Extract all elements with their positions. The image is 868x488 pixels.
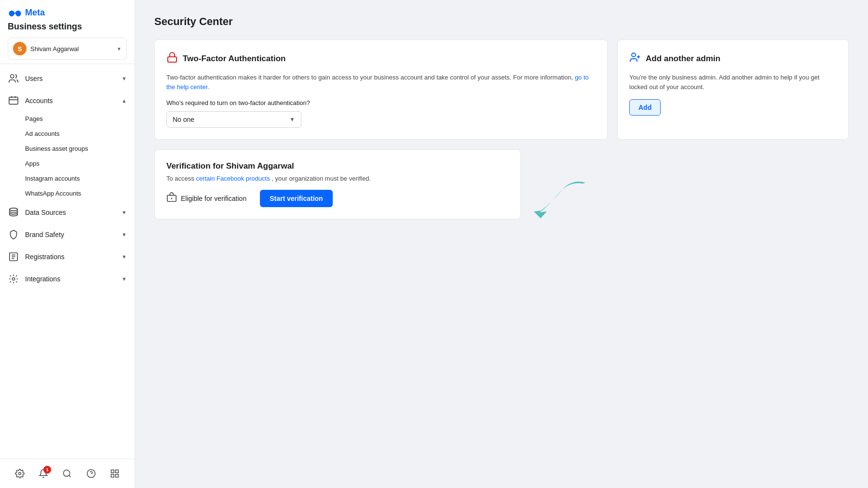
sidebar-bottom: 1	[0, 459, 135, 488]
page-title: Security Center	[154, 15, 849, 28]
dropdown-value: No one	[173, 116, 194, 123]
sidebar-item-brand-safety[interactable]: Brand Safety ▼	[0, 224, 135, 245]
svg-point-5	[18, 473, 21, 475]
svg-rect-10	[111, 470, 114, 473]
sidebar-nav: Users ▼ Accounts ▲ Pages Ad accounts Bus…	[0, 64, 135, 459]
verification-description: To access certain Facebook products , yo…	[166, 175, 509, 182]
sidebar-top: Meta Business settings S Shivam Aggarwal…	[0, 0, 135, 64]
user-name: Shivam Aggarwal	[30, 45, 113, 53]
settings-icon-btn[interactable]	[11, 465, 28, 482]
verification-title: Verification for Shivam Aggarwal	[166, 161, 509, 171]
business-settings-title: Business settings	[8, 22, 127, 32]
arrow-decoration	[530, 179, 573, 217]
nav-section-users: Users ▼	[0, 68, 135, 89]
two-factor-title: Two-Factor Authentication	[183, 54, 285, 64]
add-admin-icon	[629, 52, 641, 66]
dropdown-arrow-icon: ▼	[289, 116, 295, 123]
top-cards-row: Two-Factor Authentication Two-factor aut…	[154, 40, 849, 140]
sidebar-item-brand-safety-label: Brand Safety	[25, 231, 116, 238]
users-icon	[8, 73, 19, 84]
sidebar-item-whatsapp-accounts[interactable]: WhatsApp Accounts	[25, 186, 135, 201]
data-sources-chevron-icon: ▼	[122, 210, 127, 215]
eligible-badge: Eligible for verification	[166, 192, 246, 205]
sidebar-item-data-sources[interactable]: Data Sources ▼	[0, 202, 135, 223]
accounts-icon	[8, 95, 19, 106]
integrations-icon	[8, 273, 19, 285]
two-factor-dropdown[interactable]: No one ▼	[166, 111, 301, 128]
svg-point-4	[12, 277, 15, 280]
help-icon-btn[interactable]	[82, 465, 100, 482]
lock-icon	[166, 52, 178, 66]
start-verification-button[interactable]: Start verification	[260, 190, 332, 207]
sidebar-item-integrations[interactable]: Integrations ▼	[0, 268, 135, 290]
svg-point-0	[11, 75, 14, 78]
svg-rect-11	[116, 470, 119, 473]
facebook-products-link[interactable]: certain Facebook products	[196, 175, 270, 182]
nav-section-brand-safety: Brand Safety ▼	[0, 224, 135, 245]
two-factor-description: Two-factor authentication makes it harde…	[166, 73, 596, 92]
notification-badge: 1	[43, 466, 51, 474]
sidebar-item-instagram-accounts[interactable]: Instagram accounts	[25, 171, 135, 186]
sidebar-item-business-asset-groups[interactable]: Business asset groups	[25, 141, 135, 156]
sidebar-item-apps[interactable]: Apps	[25, 156, 135, 171]
accounts-chevron-icon: ▲	[122, 98, 127, 104]
registrations-chevron-icon: ▼	[122, 254, 127, 260]
sidebar-item-users-label: Users	[25, 75, 116, 82]
svg-rect-13	[116, 475, 119, 477]
sidebar-item-ad-accounts[interactable]: Ad accounts	[25, 126, 135, 141]
integrations-chevron-icon: ▼	[122, 276, 127, 282]
add-admin-button[interactable]: Add	[629, 99, 661, 116]
search-icon-btn[interactable]	[58, 465, 76, 482]
sidebar-item-accounts[interactable]: Accounts ▲	[0, 90, 135, 111]
grid-icon-btn[interactable]	[106, 465, 123, 482]
nav-section-integrations: Integrations ▼	[0, 268, 135, 290]
accounts-sub-items: Pages Ad accounts Business asset groups …	[0, 111, 135, 201]
chevron-down-icon: ▼	[117, 46, 122, 52]
chevron-right-icon: ▼	[122, 76, 127, 81]
main-content: Security Center Two-Factor Authenticatio…	[135, 0, 868, 488]
data-sources-icon	[8, 207, 19, 218]
svg-line-7	[69, 475, 71, 477]
verification-row: Eligible for verification Start verifica…	[166, 190, 509, 207]
eligible-icon	[166, 192, 177, 205]
two-factor-card-header: Two-Factor Authentication	[166, 52, 596, 66]
meta-infinity-icon	[8, 9, 22, 17]
nav-section-data-sources: Data Sources ▼	[0, 202, 135, 223]
sidebar: Meta Business settings S Shivam Aggarwal…	[0, 0, 135, 488]
sidebar-item-pages[interactable]: Pages	[25, 111, 135, 126]
svg-point-15	[632, 53, 636, 57]
meta-logo: Meta	[8, 8, 127, 18]
notifications-icon-btn[interactable]: 1	[35, 465, 52, 482]
registrations-icon	[8, 251, 19, 263]
svg-point-2	[10, 208, 18, 211]
sidebar-item-registrations[interactable]: Registrations ▼	[0, 246, 135, 267]
nav-section-registrations: Registrations ▼	[0, 246, 135, 267]
sidebar-item-accounts-label: Accounts	[25, 97, 116, 105]
eligible-label: Eligible for verification	[181, 195, 246, 202]
sidebar-item-data-sources-label: Data Sources	[25, 209, 116, 216]
two-factor-card: Two-Factor Authentication Two-factor aut…	[154, 40, 608, 140]
add-admin-card-header: Add another admin	[629, 52, 837, 66]
svg-rect-14	[168, 57, 176, 62]
brand-safety-chevron-icon: ▼	[122, 232, 127, 237]
user-account-selector[interactable]: S Shivam Aggarwal ▼	[8, 38, 127, 60]
nav-section-accounts: Accounts ▲ Pages Ad accounts Business as…	[0, 90, 135, 201]
verification-card: Verification for Shivam Aggarwal To acce…	[154, 149, 521, 219]
svg-rect-12	[111, 475, 114, 477]
user-avatar: S	[13, 42, 27, 55]
add-admin-description: You're the only business admin. Add anot…	[629, 73, 837, 92]
sidebar-item-integrations-label: Integrations	[25, 275, 116, 283]
brand-safety-icon	[8, 229, 19, 240]
add-admin-card: Add another admin You're the only busine…	[617, 40, 849, 140]
meta-logo-text: Meta	[25, 8, 45, 18]
sidebar-item-users[interactable]: Users ▼	[0, 68, 135, 89]
svg-point-6	[64, 470, 70, 476]
two-factor-question: Who's required to turn on two-factor aut…	[166, 99, 596, 106]
sidebar-item-registrations-label: Registrations	[25, 253, 116, 261]
svg-rect-1	[9, 97, 18, 105]
svg-point-8	[87, 470, 95, 478]
add-admin-title: Add another admin	[646, 54, 720, 64]
